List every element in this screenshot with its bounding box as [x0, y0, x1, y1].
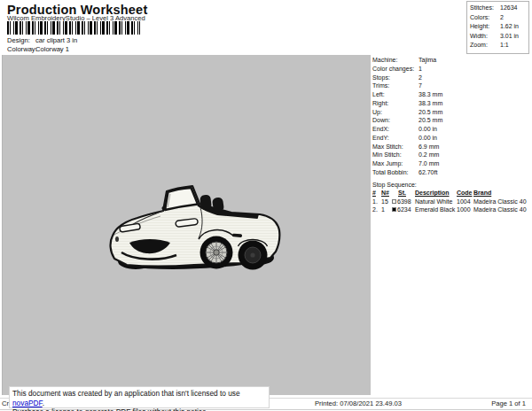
stat-stitches: Stitches:12634: [470, 4, 528, 13]
design-value: car clipart 3 in: [35, 36, 77, 44]
col-st: St.: [392, 189, 415, 198]
colorway-label: Colorway:: [7, 45, 35, 53]
machine-info-row: EndY:0.00 in: [372, 134, 530, 143]
footer-created-fragment: Cr: [2, 399, 9, 407]
stat-colors: Colors:2: [470, 13, 528, 23]
machine-info-row: Min Stitch:0.2 mm: [372, 151, 530, 159]
machine-info-row: EndX:0.00 in: [372, 125, 530, 134]
col-code: Code: [457, 189, 473, 198]
machine-info-row: Up:20.5 mm: [372, 108, 530, 117]
footer-printed: Printed: 07/08/2021 23.49.03: [315, 399, 402, 407]
col-num: #: [372, 189, 381, 198]
machine-info-row: Left:38.3 mm: [372, 90, 530, 99]
footer-page-number: Page 1 of 1: [491, 399, 526, 407]
machine-info-row: Total Bobbin:62.70ft: [372, 168, 530, 177]
stop-sequence-row: 1. 15 6398 Natural White 1004 Madeira Cl…: [372, 198, 530, 206]
machine-info-row: Right:38.3 mm: [372, 99, 530, 108]
novapdf-notice: This document was created by an applicat…: [9, 386, 270, 408]
color-swatch: [392, 207, 396, 212]
machine-info-panel: Machine:Tajima Color changes:1 Stops:2 T…: [372, 56, 530, 214]
barcode: [7, 21, 140, 35]
stop-sequence-title: Stop Sequence:: [372, 181, 530, 190]
col-description: Description: [415, 189, 457, 198]
machine-info-row: Stops:2: [372, 74, 530, 82]
machine-info-row: Trims:7: [372, 81, 530, 90]
machine-info-row: Max Jump:7.0 mm: [372, 159, 530, 168]
production-worksheet-page: Production Worksheet Wilcom EmbroiderySt…: [0, 0, 532, 411]
col-needle: N#: [381, 189, 392, 198]
stat-zoom: Zoom:1:1: [470, 41, 528, 50]
machine-info-row: Down:20.5 mm: [372, 116, 530, 125]
car-illustration: [109, 184, 286, 273]
colorway-value: Colorway 1: [35, 45, 69, 53]
col-brand: Brand: [473, 189, 530, 198]
stop-sequence-row: 2. 1 6234 Emerald Black 1000 Madeira Cla…: [372, 206, 530, 214]
stats-box: Stitches:12634 Colors:2 Height:1.62 in W…: [466, 1, 529, 54]
colorway-row: Colorway: Colorway 1: [7, 45, 69, 53]
stat-height: Height:1.62 in: [470, 22, 528, 32]
design-canvas: [2, 55, 371, 395]
novapdf-link[interactable]: novaPDF: [12, 399, 43, 407]
design-label: Design:: [7, 36, 35, 44]
stat-width: Width:3.01 in: [470, 32, 528, 42]
stop-sequence-header: # N# St. Description Code Brand: [372, 189, 530, 198]
machine-info-row: Color changes:1: [372, 65, 530, 74]
color-swatch: [392, 199, 396, 204]
machine-info-row: Machine:Tajima: [372, 56, 530, 65]
machine-info-row: Max Stitch:6.9 mm: [372, 143, 530, 151]
design-row: Design: car clipart 3 in: [7, 36, 77, 44]
